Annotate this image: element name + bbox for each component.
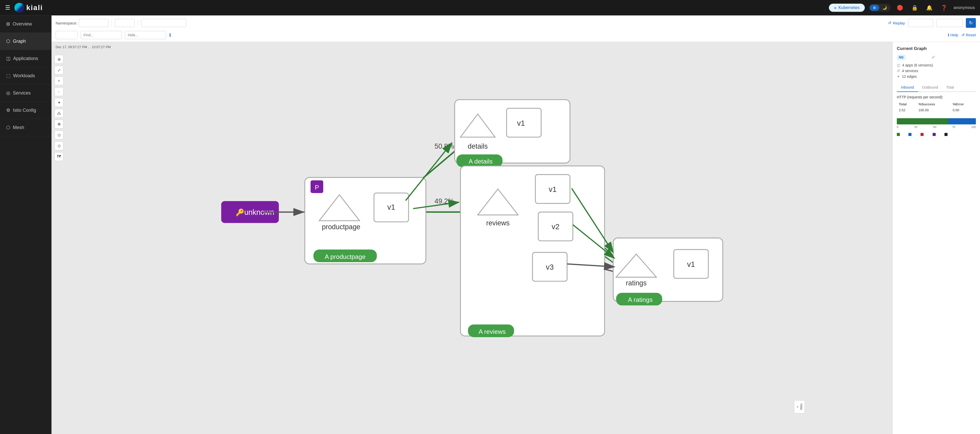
find-input[interactable] [83,33,109,37]
legend-3xx-dot [908,133,912,136]
refresh-icon: ↻ [969,20,973,25]
edge-pp-details-arrow [406,143,452,201]
refresh-interval-dropdown[interactable]: Every 30s ▾ [936,19,963,27]
refresh-button[interactable]: ↻ [966,18,976,28]
top-navbar: ☰ kiali ⎈ Kubernetes ⚙ 🌙 🔴 🔒 🔔 ❓ anonymo… [0,0,980,16]
sidebar-item-graph[interactable]: ⬡ Graph [0,33,51,50]
col-success: %Success [916,101,951,107]
sidebar-item-overview[interactable]: ⊞ Overview [0,16,51,33]
lock-icon[interactable]: 🔒 [910,3,920,13]
light-theme-button[interactable]: ⚙ [870,5,879,11]
hide-dropdown[interactable]: ▾ [125,31,166,39]
panel-tabs: Inbound Outbound Total [897,83,976,92]
graph-svg: 50.8% 49.2% 34.1% 33.5% 32.4% v1 [51,42,892,434]
sidebar-item-mesh[interactable]: ⬡ Mesh [0,119,51,136]
layout3-button[interactable]: ❋ [55,120,64,129]
right-panel: Current Graph NS istio-system ✓ ◫ 4 apps… [892,42,980,434]
map-button[interactable]: 🗺 [55,152,64,161]
overview-icon: ⊞ [6,21,10,27]
graph-area: Dec 17, 09:57:27 PM ... 10:07:27 PM ⊕ ⤢ … [51,42,980,434]
tab-inbound[interactable]: Inbound [897,83,918,92]
ratings-label: ratings [626,279,647,287]
find-dropdown[interactable]: ▾ [81,31,122,39]
http-bar-chart [897,118,976,124]
apps-icon: ◫ [897,63,900,67]
namespace-row: NS istio-system ✓ [897,54,976,60]
graph-type-dropdown[interactable]: Versioned app graph ▾ [141,19,186,27]
val-error: 0.00 [951,107,976,113]
reviews-v2-label: v2 [552,223,560,231]
help-circle-icon: ℹ [948,33,949,37]
traffic-dropdown[interactable]: Traffic ▾ [115,19,135,27]
time-range-dropdown[interactable]: Last 10m ▾ [908,19,933,27]
val-total: 2.52 [897,107,916,113]
sidebar-item-istio-config[interactable]: ⚙ Istio Config [0,102,51,119]
zoom-in-button[interactable]: + [55,76,64,85]
kubernetes-button[interactable]: ⎈ Kubernetes [829,3,865,12]
col-total: Total [897,101,916,107]
col-error: %Error [951,101,976,107]
legend-nr: NR [945,133,953,136]
help-button[interactable]: ℹ Help [948,33,958,37]
zoom-out-button[interactable]: - [55,87,64,96]
stat-services: ↺ 4 services [897,69,976,73]
replay-button[interactable]: ↺ Replay [888,21,905,25]
reviews-app-label: A reviews [479,328,506,335]
k8s-icon: ⎈ [834,6,836,10]
menu-icon[interactable]: ☰ [5,5,10,11]
hide-panel-button[interactable]: Hide » [794,400,805,413]
toolbar: Namespace: istio-system ▾ Traffic ▾ Vers… [51,16,980,42]
http-table: Total %Success %Error 2.52 100.00 0.00 [897,101,976,113]
layout2-button[interactable]: ⁂ [55,109,64,118]
details-label: details [468,142,488,150]
refresh-interval-chevron-icon: ▾ [958,21,960,25]
theme-toggle: ⚙ 🌙 [869,4,891,11]
tab-outbound[interactable]: Outbound [918,83,942,91]
sidebar: ⊞ Overview ⬡ Graph ◫ Applications ⬚ Work… [0,16,51,434]
ratings-v1-label: v1 [687,260,695,269]
details-v1-label: v1 [517,119,525,127]
table-row: 2.52 100.00 0.00 [897,107,976,113]
istio-config-icon: ⚙ [6,107,10,113]
chart-legend: OK 3xx 4xx 5xx NR [897,133,976,136]
bar-labels: 0 25 50 75 100 [897,126,976,129]
replay-icon: ↺ [888,21,891,25]
time-range-chevron-icon: ▾ [928,21,930,25]
info-icon[interactable]: ℹ [169,32,171,38]
sidebar-item-applications[interactable]: ◫ Applications [0,50,51,67]
legend-5xx: 5xx [932,133,942,136]
ns-badge: NS [897,55,905,60]
legend-ok-dot [897,133,900,136]
status-icon[interactable]: 🔴 [895,3,905,13]
find-chevron-icon: ▾ [111,33,113,37]
sidebar-item-services[interactable]: ◎ Services [0,84,51,102]
display-chevron-icon: ▾ [73,33,75,37]
namespace-selector: Namespace: istio-system ▾ [56,19,108,27]
legend-button[interactable]: ⊙ [55,141,64,150]
hide-input[interactable] [128,33,153,37]
display-dropdown[interactable]: Display ▾ [56,31,78,39]
bar-ok [897,118,948,124]
graph-canvas[interactable]: Dec 17, 09:57:27 PM ... 10:07:27 PM ⊕ ⤢ … [51,42,892,434]
legend-3xx: 3xx [908,133,917,136]
traffic-chevron-icon: ▾ [130,21,132,25]
help-icon[interactable]: ❓ [939,3,949,13]
bell-icon[interactable]: 🔔 [924,3,935,13]
productpage-label: productpage [322,223,360,231]
user-label: anonymous [953,5,975,10]
dark-theme-button[interactable]: 🌙 [879,5,890,11]
layout1-button[interactable]: ✦ [55,98,64,107]
zoom-fit-button[interactable]: ⊕ [55,55,64,64]
reviews-group[interactable] [460,166,605,336]
reset-button[interactable]: ↺ Reset [961,33,976,37]
tab-total[interactable]: Total [942,83,958,91]
zoom-reset-button[interactable]: ⤢ [55,66,64,75]
bar-3xx [948,118,976,124]
sidebar-item-workloads[interactable]: ⬚ Workloads [0,67,51,84]
stat-apps: ◫ 4 apps (6 versions) [897,63,976,67]
services-stat-icon: ↺ [897,69,900,73]
target-button[interactable]: ⊙ [55,130,64,139]
reviews-label: reviews [486,219,510,227]
namespace-dropdown[interactable]: istio-system ▾ [79,19,108,27]
http-label: HTTP (requests per second): [897,95,976,99]
